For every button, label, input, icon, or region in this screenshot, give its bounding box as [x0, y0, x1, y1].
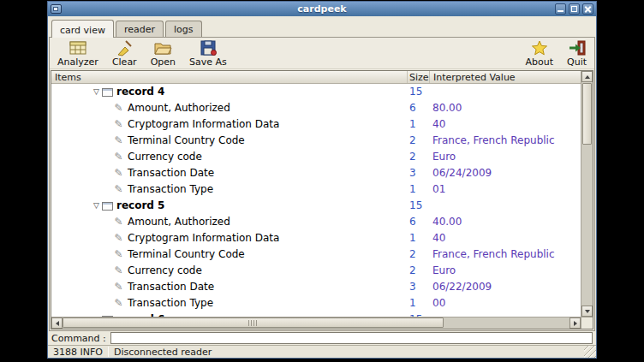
- status-counter: 3188 INFO: [48, 346, 108, 358]
- arrow-right-icon: [574, 321, 577, 326]
- cardpeek-window: cardpeek card view reader logs: [47, 1, 597, 359]
- arrow-left-icon: [56, 321, 59, 326]
- table-row[interactable]: ▽ ✎ Amount, Authorized 6 80.00: [51, 100, 581, 116]
- row-label: Transaction Type: [128, 181, 213, 198]
- minimize-icon: [558, 10, 564, 12]
- row-value: 40: [430, 116, 581, 133]
- table-row[interactable]: ▽ ✎ record 5 15: [51, 198, 581, 214]
- row-label: Terminal Country Code: [128, 133, 245, 149]
- minimize-button[interactable]: [555, 3, 566, 15]
- expander-icon[interactable]: ▽: [91, 84, 102, 100]
- table-row[interactable]: ▽ ✎ Currency code 2 Euro: [51, 149, 581, 165]
- scroll-right-button[interactable]: [569, 317, 581, 329]
- command-label: Command :: [51, 333, 106, 344]
- row-size: 2: [408, 133, 430, 149]
- scrollbar-corner: [581, 317, 593, 329]
- row-size: 2: [408, 149, 430, 165]
- tree-header: Items Size Interpreted Value: [51, 71, 581, 84]
- save-icon: [199, 39, 218, 56]
- scroll-up-button[interactable]: [581, 71, 593, 82]
- about-button[interactable]: About: [522, 39, 556, 68]
- row-label: record 5: [116, 198, 164, 214]
- status-bar: 3188 INFO Disconnected reader: [48, 345, 596, 358]
- row-value: 40.00: [430, 214, 581, 230]
- row-value: 80.00: [430, 100, 581, 116]
- row-size: 6: [408, 100, 430, 116]
- command-row: Command :: [48, 331, 596, 345]
- row-value: 40: [430, 230, 581, 246]
- pencil-icon: ✎: [113, 230, 124, 246]
- row-size: 1: [408, 230, 430, 246]
- column-header-items[interactable]: Items: [51, 71, 408, 83]
- row-size: 15: [408, 198, 430, 214]
- table-row[interactable]: ▽ ✎ Transaction Date 3 06/24/2009: [51, 165, 581, 181]
- row-label: Cryptogram Information Data: [128, 230, 279, 246]
- analyzer-button[interactable]: Analyzer: [55, 39, 101, 68]
- column-header-interpreted-value[interactable]: Interpreted Value: [430, 71, 581, 83]
- table-row[interactable]: ▽ ✎ record 4 15: [51, 84, 581, 100]
- open-folder-icon: [153, 39, 172, 56]
- card-view-page: Analyzer Clear: [49, 37, 595, 331]
- table-row[interactable]: ▽ ✎ Cryptogram Information Data 1 40: [51, 116, 581, 133]
- clear-icon: [115, 39, 134, 56]
- pencil-icon: ✎: [113, 116, 124, 133]
- tab-logs[interactable]: logs: [165, 21, 202, 37]
- close-button[interactable]: [582, 3, 593, 15]
- table-row[interactable]: ▽ ✎ Cryptogram Information Data 1 40: [51, 230, 581, 246]
- quit-button[interactable]: Quit: [564, 39, 589, 68]
- analyzer-icon: [69, 39, 87, 56]
- screen: cardpeek card view reader logs: [0, 0, 644, 362]
- row-size: 3: [408, 279, 430, 295]
- pencil-icon: ✎: [113, 149, 124, 165]
- titlebar[interactable]: cardpeek: [48, 2, 596, 16]
- row-value: Euro: [430, 263, 581, 279]
- vertical-scrollbar[interactable]: [581, 71, 593, 317]
- horizontal-scrollbar[interactable]: [51, 317, 581, 329]
- row-label: Amount, Authorized: [128, 214, 230, 230]
- thumb-grip-icon: [248, 320, 258, 326]
- table-row[interactable]: ▽ ✎ Terminal Country Code 2 France, Fren…: [51, 133, 581, 149]
- command-input[interactable]: [110, 332, 593, 344]
- table-row[interactable]: ▽ ✎ Transaction Type 1 01: [51, 181, 581, 198]
- scroll-left-button[interactable]: [51, 317, 63, 329]
- row-size: 15: [408, 84, 430, 100]
- row-size: 6: [408, 214, 430, 230]
- row-label: Transaction Date: [128, 165, 214, 181]
- row-size: 1: [408, 181, 430, 198]
- expander-icon[interactable]: ▽: [91, 198, 102, 214]
- tab-bar: card view reader logs: [48, 16, 596, 37]
- row-value: Euro: [430, 149, 581, 165]
- maximize-button[interactable]: [569, 3, 580, 15]
- clear-button[interactable]: Clear: [110, 39, 140, 68]
- record-icon: [102, 88, 113, 97]
- row-value: 06/24/2009: [430, 165, 581, 181]
- save-as-button[interactable]: Save As: [187, 39, 230, 68]
- row-value: 06/22/2009: [430, 279, 581, 295]
- column-header-size[interactable]: Size: [408, 71, 430, 83]
- pencil-icon: ✎: [113, 100, 124, 116]
- table-row[interactable]: ▽ ✎ Transaction Type 1 00: [51, 295, 581, 312]
- horizontal-scrollbar-thumb[interactable]: [63, 317, 444, 328]
- row-label: Amount, Authorized: [128, 100, 230, 116]
- vertical-scrollbar-thumb[interactable]: [582, 83, 592, 145]
- card-tree: Items Size Interpreted Value ▽ ✎ record …: [51, 70, 593, 329]
- tab-reader[interactable]: reader: [116, 21, 164, 37]
- row-value: France, French Republic: [430, 133, 581, 149]
- tree-body: ▽ ✎ record 4 15 ▽ ✎ Amount, Authorized 6…: [51, 84, 581, 317]
- row-value: 01: [430, 181, 581, 198]
- scroll-down-button[interactable]: [581, 306, 593, 317]
- table-row[interactable]: ▽ ✎ Amount, Authorized 6 40.00: [51, 214, 581, 230]
- row-value: 00: [430, 295, 581, 312]
- row-size: 3: [408, 165, 430, 181]
- pencil-icon: ✎: [113, 263, 124, 279]
- open-button[interactable]: Open: [148, 39, 178, 68]
- tab-card-view[interactable]: card view: [51, 20, 114, 38]
- pencil-icon: ✎: [113, 165, 124, 181]
- record-icon: [102, 202, 113, 211]
- row-label: Transaction Type: [128, 295, 213, 312]
- row-size: 2: [408, 263, 430, 279]
- table-row[interactable]: ▽ ✎ Currency code 2 Euro: [51, 263, 581, 279]
- table-row[interactable]: ▽ ✎ Terminal Country Code 2 France, Fren…: [51, 246, 581, 263]
- resize-grip[interactable]: [584, 346, 596, 358]
- table-row[interactable]: ▽ ✎ Transaction Date 3 06/22/2009: [51, 279, 581, 295]
